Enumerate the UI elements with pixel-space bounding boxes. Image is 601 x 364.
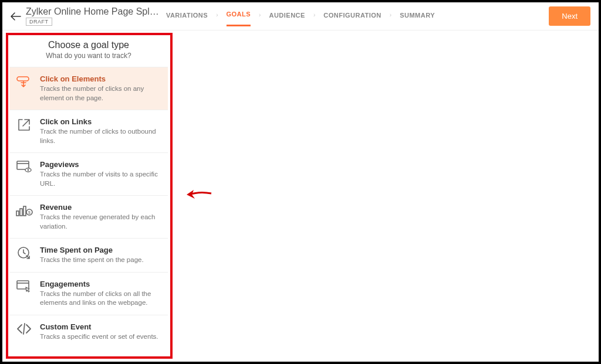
goal-title: Time Spent on Page: [40, 246, 144, 254]
goal-time-spent[interactable]: Time Spent on Page Tracks the time spent…: [9, 238, 168, 272]
goal-click-on-elements[interactable]: Click on Elements Tracks the number of c…: [9, 67, 168, 110]
panel-header: Choose a goal type What do you want to t…: [9, 35, 168, 67]
chevron-right-icon: ›: [259, 12, 261, 25]
svg-rect-0: [17, 77, 29, 81]
svg-text:$: $: [28, 210, 31, 215]
revenue-icon: $: [15, 203, 33, 220]
goal-title: Pageviews: [40, 160, 162, 169]
goal-title: Custom Event: [40, 322, 158, 331]
svg-point-4: [28, 169, 29, 171]
breadcrumb: VARIATIONS › GOALS › AUDIENCE › CONFIGUR…: [166, 11, 435, 26]
chevron-right-icon: ›: [216, 12, 218, 25]
click-element-icon: [15, 74, 33, 92]
topbar: Zylker Online Home Page Spli… DRAFT VARI…: [2, 2, 599, 30]
goal-list: Click on Elements Tracks the number of c…: [9, 67, 168, 348]
annotation-arrow-icon: [185, 188, 212, 202]
goal-engagements[interactable]: Engagements Tracks the number of clicks …: [9, 272, 168, 315]
chevron-right-icon: ›: [390, 12, 391, 25]
goal-pageviews[interactable]: Pageviews Tracks the number of visits to…: [9, 152, 168, 195]
back-arrow-icon[interactable]: [11, 12, 21, 21]
external-link-icon: [15, 117, 33, 135]
crumb-audience[interactable]: AUDIENCE: [269, 12, 305, 26]
goal-revenue[interactable]: $ Revenue Tracks the revenue generated b…: [9, 195, 168, 238]
panel-title: Choose a goal type: [9, 40, 168, 50]
goal-title: Click on Elements: [40, 74, 162, 83]
goal-custom-event[interactable]: Custom Event Tracks a specific event or …: [9, 315, 168, 349]
code-icon: [15, 322, 33, 340]
svg-rect-6: [20, 209, 22, 216]
goal-click-on-links[interactable]: Click on Links Track the number of click…: [9, 110, 168, 152]
page-title: Zylker Online Home Page Spli…: [26, 6, 161, 17]
goal-title: Click on Links: [40, 117, 162, 126]
clock-icon: [15, 246, 33, 263]
goal-desc: Tracks the number of clicks on all the e…: [40, 290, 162, 308]
crumb-summary[interactable]: SUMMARY: [400, 12, 435, 26]
goal-title: Revenue: [40, 203, 162, 212]
goal-desc: Tracks a specific event or set of events…: [40, 332, 158, 342]
goal-desc: Tracks the number of visits to a specifi…: [40, 170, 162, 188]
svg-rect-5: [16, 211, 19, 216]
crumb-configuration[interactable]: CONFIGURATION: [323, 12, 381, 26]
goal-desc: Tracks the number of clicks on any eleme…: [40, 84, 162, 103]
goal-desc: Track the number of clicks to outbound l…: [40, 127, 162, 145]
pageviews-icon: [15, 160, 33, 178]
goal-type-panel: Choose a goal type What do you want to t…: [9, 35, 168, 348]
engagements-icon: [15, 280, 33, 297]
goal-desc: Tracks the revenue generated by each var…: [40, 213, 162, 231]
title-block: Zylker Online Home Page Spli… DRAFT: [26, 6, 161, 26]
svg-rect-7: [23, 206, 26, 216]
crumb-variations[interactable]: VARIATIONS: [166, 12, 208, 26]
crumb-goals[interactable]: GOALS: [226, 11, 251, 26]
next-button[interactable]: Next: [549, 6, 590, 26]
goal-title: Engagements: [40, 280, 162, 288]
status-badge: DRAFT: [26, 18, 52, 26]
goal-desc: Tracks the time spent on the page.: [40, 256, 144, 265]
panel-subtitle: What do you want to track?: [9, 52, 168, 60]
chevron-right-icon: ›: [313, 12, 315, 25]
